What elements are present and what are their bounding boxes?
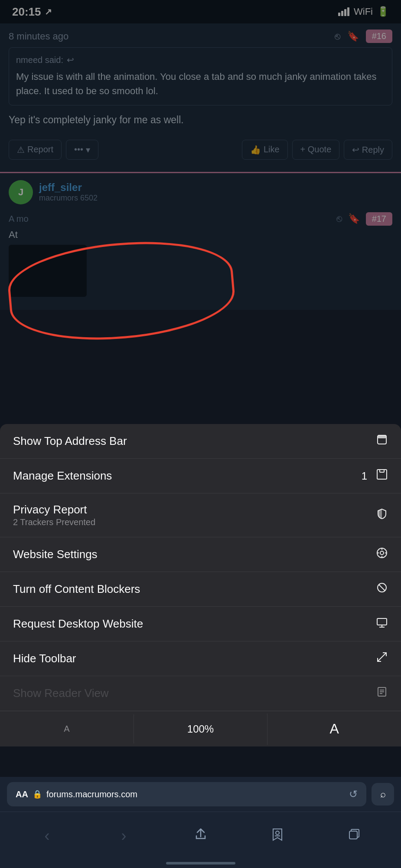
search-button[interactable]: ⌕ — [372, 783, 394, 806]
share-icon — [194, 827, 208, 844]
menu-item-website-settings[interactable]: Website Settings — [0, 537, 401, 572]
privacy-report-subtitle: 2 Trackers Prevented — [13, 517, 95, 527]
svg-rect-12 — [377, 618, 387, 625]
forward-icon: › — [121, 827, 127, 845]
hide-toolbar-title: Hide Toolbar — [13, 652, 76, 665]
privacy-report-right — [376, 508, 388, 523]
font-size-increase[interactable]: A — [267, 711, 401, 746]
menu-item-manage-extensions-label: Manage Extensions — [13, 469, 112, 483]
show-top-address-bar-title: Show Top Address Bar — [13, 434, 127, 448]
menu-item-hide-toolbar[interactable]: Hide Toolbar — [0, 641, 401, 676]
reload-icon[interactable]: ↺ — [349, 788, 358, 800]
svg-rect-22 — [349, 831, 357, 839]
privacy-report-title: Privacy Report — [13, 503, 95, 516]
show-top-address-bar-right — [376, 434, 388, 449]
website-settings-right — [376, 547, 388, 562]
menu-item-show-top-address-bar-label: Show Top Address Bar — [13, 434, 127, 448]
menu-item-hide-toolbar-label: Hide Toolbar — [13, 652, 76, 665]
font-large-a: A — [330, 721, 339, 737]
svg-point-20 — [276, 831, 279, 835]
manage-extensions-title: Manage Extensions — [13, 469, 112, 483]
search-icon: ⌕ — [380, 789, 386, 800]
address-aa[interactable]: AA — [16, 789, 28, 799]
tabs-button[interactable] — [341, 823, 367, 849]
svg-line-15 — [378, 653, 386, 661]
font-size-value: 100% — [134, 713, 268, 745]
svg-line-11 — [379, 585, 385, 591]
lock-icon: 🔒 — [33, 789, 42, 799]
menu-item-request-desktop-website-label: Request Desktop Website — [13, 617, 143, 631]
context-menu: Show Top Address Bar Manage Extensions 1 — [0, 424, 401, 746]
website-settings-title: Website Settings — [13, 548, 98, 561]
address-input[interactable]: AA 🔒 forums.macrumors.com ↺ — [7, 782, 366, 806]
content-blockers-icon — [376, 582, 388, 597]
show-top-address-bar-icon — [376, 434, 388, 449]
privacy-report-icon — [376, 508, 388, 523]
font-small-a: A — [64, 724, 69, 734]
bookmarks-button[interactable] — [264, 823, 290, 849]
menu-item-show-reader-view-label: Show Reader View — [13, 687, 109, 700]
address-url: forums.macrumors.com — [46, 789, 137, 799]
turn-off-content-blockers-right — [376, 582, 388, 597]
turn-off-content-blockers-title: Turn off Content Blockers — [13, 582, 140, 596]
menu-item-show-reader-view[interactable]: Show Reader View — [0, 676, 401, 711]
svg-rect-2 — [377, 470, 387, 479]
menu-item-show-top-address-bar[interactable]: Show Top Address Bar — [0, 424, 401, 459]
request-desktop-icon — [376, 616, 388, 631]
font-size-row: A 100% A — [0, 711, 401, 746]
menu-item-privacy-report-label: Privacy Report 2 Trackers Prevented — [13, 503, 95, 527]
tabs-icon — [347, 827, 361, 844]
menu-item-manage-extensions[interactable]: Manage Extensions 1 — [0, 459, 401, 493]
hide-toolbar-right — [376, 651, 388, 666]
back-icon: ‹ — [45, 827, 50, 845]
menu-item-privacy-report[interactable]: Privacy Report 2 Trackers Prevented — [0, 493, 401, 537]
font-percent-value: 100% — [187, 723, 214, 735]
back-button[interactable]: ‹ — [34, 823, 60, 849]
menu-item-turn-off-content-blockers[interactable]: Turn off Content Blockers — [0, 572, 401, 607]
show-reader-view-right — [376, 686, 388, 701]
show-reader-view-title: Show Reader View — [13, 687, 109, 700]
svg-rect-1 — [378, 435, 386, 438]
menu-item-website-settings-label: Website Settings — [13, 548, 98, 561]
manage-extensions-icon — [376, 468, 388, 483]
home-indicator — [166, 862, 235, 865]
extensions-badge: 1 — [362, 470, 367, 482]
bookmarks-icon — [271, 827, 284, 844]
forward-button[interactable]: › — [111, 823, 137, 849]
address-bar: AA 🔒 forums.macrumors.com ↺ ⌕ — [0, 777, 401, 812]
bottom-toolbar: ‹ › — [0, 812, 401, 868]
request-desktop-website-title: Request Desktop Website — [13, 617, 143, 631]
menu-item-request-desktop-website[interactable]: Request Desktop Website — [0, 607, 401, 641]
svg-point-5 — [380, 551, 384, 555]
share-button[interactable] — [188, 823, 214, 849]
show-reader-view-icon — [376, 686, 388, 701]
website-settings-icon — [376, 547, 388, 562]
hide-toolbar-icon — [376, 651, 388, 666]
svg-rect-3 — [380, 470, 384, 472]
manage-extensions-right: 1 — [362, 468, 388, 483]
request-desktop-website-right — [376, 616, 388, 631]
font-size-decrease[interactable]: A — [0, 714, 134, 743]
menu-item-turn-off-content-blockers-label: Turn off Content Blockers — [13, 582, 140, 596]
